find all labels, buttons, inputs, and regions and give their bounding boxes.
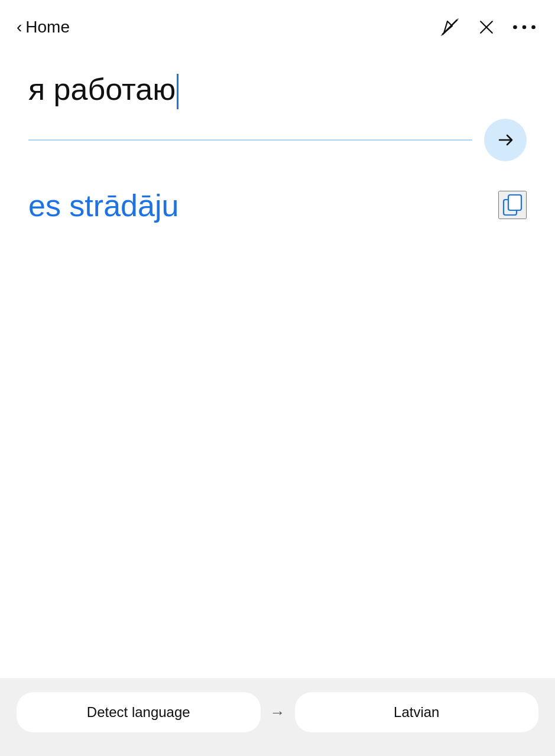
text-cursor: [177, 74, 178, 109]
header-actions: [439, 17, 536, 38]
target-language-button[interactable]: Latvian: [295, 692, 539, 732]
source-divider: [28, 139, 472, 141]
svg-point-5: [522, 25, 527, 30]
back-chevron-icon: ‹: [17, 18, 22, 37]
header: ‹ Home: [0, 0, 555, 47]
source-input-wrapper: я работаю: [28, 71, 527, 109]
more-options-icon[interactable]: [512, 21, 536, 33]
svg-rect-8: [508, 195, 521, 210]
back-button[interactable]: ‹ Home: [17, 18, 70, 37]
output-section: es strādāju: [28, 187, 527, 224]
bottom-bar: Detect language → Latvian: [0, 678, 555, 756]
detect-language-button[interactable]: Detect language: [17, 692, 261, 732]
source-section: я работаю: [28, 71, 527, 161]
translated-text: es strādāju: [28, 187, 498, 224]
close-icon[interactable]: [477, 18, 496, 37]
source-text[interactable]: я работаю: [28, 71, 527, 109]
svg-point-4: [513, 25, 517, 30]
svg-point-6: [531, 25, 535, 30]
pen-eraser-icon[interactable]: [439, 17, 460, 38]
language-direction-arrow: →: [270, 703, 285, 722]
divider-row: [28, 119, 527, 161]
source-text-content: я работаю: [28, 72, 176, 106]
main-content: я работаю es strādāju: [0, 47, 555, 224]
copy-button[interactable]: [498, 191, 527, 219]
svg-line-1: [442, 19, 458, 35]
translate-button[interactable]: [484, 119, 527, 161]
home-label: Home: [25, 18, 70, 37]
